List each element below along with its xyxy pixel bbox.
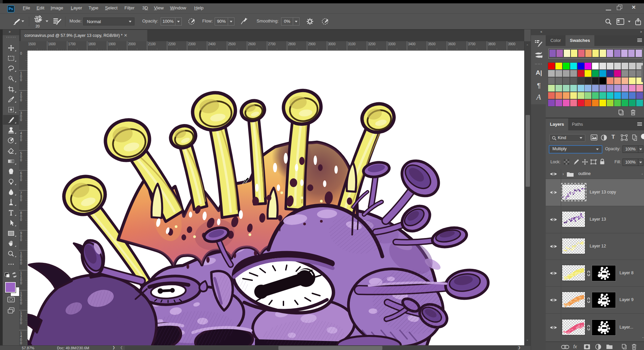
svg-text:2400: 2400 <box>208 42 216 46</box>
svg-text:500: 500 <box>20 152 22 162</box>
svg-text:3400: 3400 <box>408 42 416 46</box>
svg-text:2000: 2000 <box>128 42 136 46</box>
svg-text:700: 700 <box>20 191 22 202</box>
svg-text:200: 200 <box>20 92 22 102</box>
svg-text:0: 0 <box>20 52 22 55</box>
svg-text:1500: 1500 <box>28 42 36 46</box>
svg-text:2200: 2200 <box>168 42 176 46</box>
svg-text:1900: 1900 <box>108 42 116 46</box>
svg-text:600: 600 <box>20 171 22 182</box>
svg-text:1100: 1100 <box>20 271 22 285</box>
svg-text:3500: 3500 <box>428 42 436 46</box>
svg-text:3300: 3300 <box>388 42 396 46</box>
svg-text:2800: 2800 <box>288 42 296 46</box>
svg-text:1300: 1300 <box>20 311 22 325</box>
svg-text:3000: 3000 <box>328 42 336 46</box>
svg-text:2300: 2300 <box>188 42 196 46</box>
svg-text:1600: 1600 <box>48 42 56 46</box>
svg-text:1000: 1000 <box>20 251 22 265</box>
svg-text:2700: 2700 <box>268 42 276 46</box>
svg-text:100: 100 <box>20 71 22 82</box>
svg-text:800: 800 <box>20 211 22 222</box>
svg-text:3600: 3600 <box>448 42 456 46</box>
svg-text:300: 300 <box>20 111 22 122</box>
svg-text:1700: 1700 <box>68 42 76 46</box>
svg-text:3100: 3100 <box>348 42 356 46</box>
svg-text:3200: 3200 <box>368 42 376 46</box>
svg-text:400: 400 <box>20 131 22 142</box>
svg-text:3700: 3700 <box>468 42 476 46</box>
svg-text:1400: 1400 <box>20 331 22 345</box>
svg-text:2600: 2600 <box>248 42 256 46</box>
svg-text:2500: 2500 <box>228 42 236 46</box>
svg-text:1200: 1200 <box>20 291 22 305</box>
svg-text:3800: 3800 <box>488 42 496 46</box>
svg-text:2100: 2100 <box>148 42 156 46</box>
svg-text:900: 900 <box>20 231 22 242</box>
svg-text:1800: 1800 <box>88 42 96 46</box>
svg-text:3900: 3900 <box>508 42 516 46</box>
svg-text:2900: 2900 <box>308 42 316 46</box>
